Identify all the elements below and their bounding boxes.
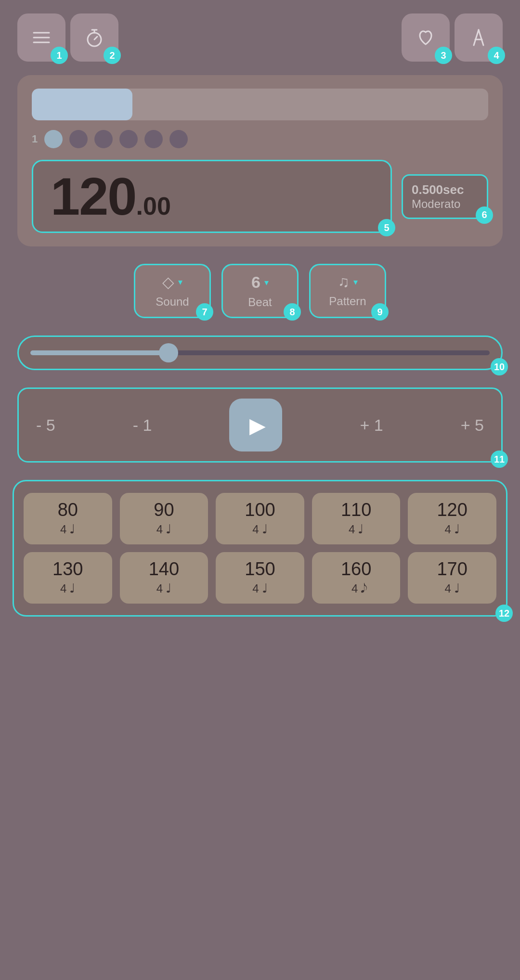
plus5-button[interactable]: + 5 [461,416,484,435]
preset-info-6: 4 ♩ [156,581,171,596]
preset-info-2: 4 ♩ [252,522,267,537]
preset-beat-7: 4 [252,582,259,595]
preset-beat-1: 4 [156,523,163,536]
preset-beat-2: 4 [252,523,259,536]
preset-beat-5: 4 [60,582,66,595]
preset-info-9: 4 ♩ [445,581,460,596]
pattern-control[interactable]: ♫ ▾ Pattern 9 [309,264,386,318]
pattern-arrow: ▾ [353,277,358,287]
bpm-tempo: Moderato [412,197,478,211]
sound-arrow: ▾ [178,277,182,287]
preset-beat-9: 4 [445,582,451,595]
preset-beat-0: 4 [60,523,66,536]
beat-top: 6 ▾ [251,273,269,292]
preset-note-2: ♩ [262,522,268,537]
beat-indicators: 1 [32,130,488,148]
preset-info-0: 4 ♩ [60,522,75,537]
bpm-decimal: .00 [136,192,171,220]
beat-arrow: ▾ [264,277,269,288]
minus1-button[interactable]: - 1 [133,416,152,435]
preset-card-6[interactable]: 140 4 ♩ [120,552,208,604]
pattern-top: ♫ ▾ [338,273,358,291]
beat-control[interactable]: 6 ▾ Beat 8 [221,264,299,318]
preset-bpm-5: 130 [52,560,83,578]
preset-info-5: 4 ♩ [60,581,75,596]
bpm-seconds: 0.500sec [412,182,478,197]
beat-dot-5 [144,130,163,148]
beat-number: 1 [32,133,38,145]
beat-badge: 8 [284,303,301,321]
plus1-button[interactable]: + 1 [360,416,383,435]
bpm-whole: 120 [51,167,136,226]
sound-label: Sound [156,295,189,309]
svg-line-8 [479,30,483,45]
preset-note-4: ♩ [454,522,460,537]
pattern-label: Pattern [329,295,366,308]
svg-line-7 [474,30,479,45]
beat-dot-3 [94,130,113,148]
preset-card-8[interactable]: 160 4 𝅘𝅥𝅮 [312,552,401,604]
slider-thumb[interactable] [159,343,178,362]
hand-button[interactable]: 3 [402,13,450,62]
preset-note-1: ♩ [166,522,171,537]
slider-badge: 10 [491,358,508,375]
preset-grid: 80 4 ♩ 90 4 ♩ 100 4 ♩ 110 4 ♩ 120 [24,493,496,604]
badge-3: 3 [435,47,452,64]
preset-info-8: 4 𝅘𝅥𝅮 [351,581,361,596]
tuner-button[interactable]: 4 [455,13,503,62]
preset-card-7[interactable]: 150 4 ♩ [216,552,304,604]
menu-button[interactable]: 1 [17,13,65,62]
badge-4: 4 [488,47,505,64]
sound-badge: 7 [196,303,213,321]
preset-note-9: ♩ [454,581,460,596]
play-button[interactable]: ▶ [229,399,282,451]
preset-info-4: 4 ♩ [445,522,460,537]
preset-info-1: 4 ♩ [156,522,171,537]
preset-bpm-9: 170 [437,560,467,578]
toolbar-right: 3 4 [402,13,503,62]
preset-beat-6: 4 [156,582,163,595]
preset-beat-3: 4 [349,523,355,536]
preset-beat-8: 4 [351,582,358,595]
playback-container: - 5 - 1 ▶ + 1 + 5 11 [17,387,503,463]
controls-row: ◇ ▾ Sound 7 6 ▾ Beat 8 ♫ ▾ Pattern 9 [17,264,503,318]
progress-bar[interactable] [32,89,488,120]
preset-beat-4: 4 [445,523,451,536]
bpm-display[interactable]: 120.00 5 [32,160,392,233]
preset-card-2[interactable]: 100 4 ♩ [216,493,304,544]
preset-note-3: ♩ [358,522,364,537]
preset-card-4[interactable]: 120 4 ♩ [408,493,496,544]
beat-dot-4 [119,130,138,148]
preset-section: 80 4 ♩ 90 4 ♩ 100 4 ♩ 110 4 ♩ 120 [13,480,507,617]
preset-note-5: ♩ [69,581,75,596]
sound-top: ◇ ▾ [162,273,182,291]
slider-track [30,350,490,355]
beat-value: 6 [251,273,260,292]
preset-info-7: 4 ♩ [252,581,267,596]
playback-bar: - 5 - 1 ▶ + 1 + 5 11 [17,387,503,463]
preset-bpm-4: 120 [437,501,467,519]
preset-card-3[interactable]: 110 4 ♩ [312,493,401,544]
preset-bpm-1: 90 [154,501,174,519]
preset-bpm-0: 80 [58,501,78,519]
pattern-badge: 9 [371,303,389,321]
svg-line-6 [94,37,97,39]
play-icon: ▶ [249,413,266,438]
preset-card-1[interactable]: 90 4 ♩ [120,493,208,544]
progress-bar-fill [32,89,132,120]
timer-button[interactable]: 2 [70,13,118,62]
preset-bpm-3: 110 [341,501,371,519]
volume-slider-container[interactable]: 10 [17,335,503,370]
bpm-row: 120.00 5 0.500sec Moderato 6 [32,160,488,233]
sound-control[interactable]: ◇ ▾ Sound 7 [134,264,211,318]
bpm-info-box: 0.500sec Moderato [402,174,488,219]
minus5-button[interactable]: - 5 [36,416,55,435]
beat-dot-2 [69,130,88,148]
preset-info-3: 4 ♩ [349,522,364,537]
preset-note-6: ♩ [166,581,171,596]
preset-card-9[interactable]: 170 4 ♩ [408,552,496,604]
preset-card-5[interactable]: 130 4 ♩ [24,552,112,604]
preset-bpm-6: 140 [149,560,179,578]
preset-card-0[interactable]: 80 4 ♩ [24,493,112,544]
preset-note-0: ♩ [69,522,75,537]
